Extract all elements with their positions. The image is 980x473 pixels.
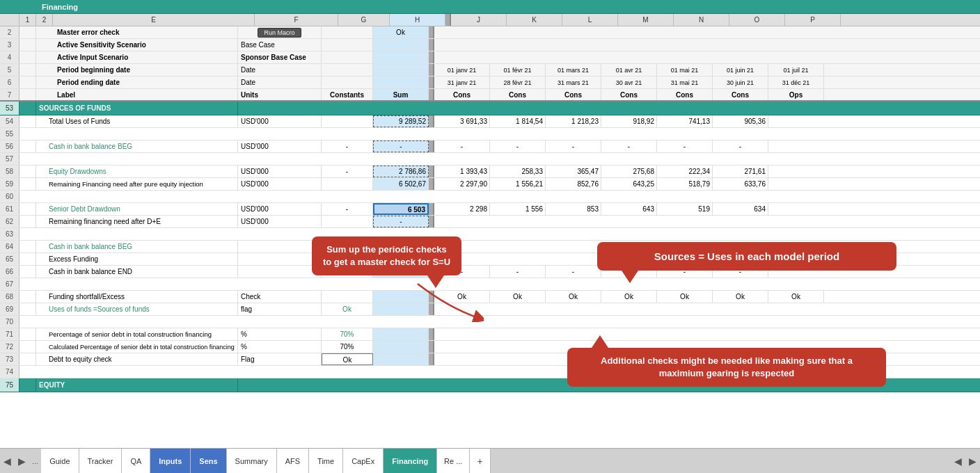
cell-4-i [429,51,434,63]
cell-5-l: 01 mars 21 [546,64,601,76]
run-macro-button[interactable]: Run Macro [258,28,301,38]
row-53: 53 SOURCES OF FUNDS [0,102,980,115]
row-3: 3 Active Sensitivity Scenario Base Case [0,39,980,51]
tab-add[interactable]: + [470,449,490,474]
cell-2-ab [19,26,36,38]
cell-59-e: Remaining Financing need after pure equi… [36,178,238,190]
col-abcd: 2 [36,14,53,26]
cell-72-e: Calculated Percentage of senior debt in … [36,341,238,353]
cell-5-f: Date [238,64,322,76]
cell-2-e: Master error check [36,26,238,38]
cell-3-h [373,39,429,51]
cell-69-e: Uses of funds =Sources of funds [36,303,238,315]
tab-sens[interactable]: Sens [191,449,226,474]
tab-time[interactable]: Time [309,449,343,474]
tab-inputs[interactable]: Inputs [150,449,191,474]
cell-4-f: Sponsor Base Case [238,51,322,63]
row-num-2: 2 [0,26,19,38]
row-58: 58 Equity Drawdowns USD'000 - 2 786,86 1… [0,166,980,178]
row-68: 68 Funding shortfall/Excess Check Ok Ok … [0,291,980,303]
col-g: G [338,14,390,26]
tab-tracker[interactable]: Tracker [79,449,122,474]
cell-5-j: 01 janv 21 [434,64,490,76]
cell-7-g: Constants [322,89,373,100]
tab-qa[interactable]: QA [122,449,150,474]
cell-58-h: 2 786,86 [373,166,429,177]
col-j: J [451,14,507,26]
cell-2-i [429,26,434,38]
bubble-right-text: Sources = Uses in each model period [654,250,839,262]
bubble-left: Sum up the periodic checks to get a mast… [312,236,461,275]
cell-7-e: Label [36,89,238,100]
cell-6-e: Period ending date [36,77,238,88]
cell-72-f: % [238,341,322,353]
cell-7-h: Sum [373,89,429,100]
cell-59-h: 6 502,67 [373,178,429,190]
row-71: 71 Percentage of senior debt in total co… [0,328,980,341]
cell-73-e: Debt to equity check [36,353,238,365]
bubble-left-text: Sum up the periodic checks to get a mast… [323,244,450,267]
cell-5-k: 01 févr 21 [490,64,546,76]
row-69: 69 Uses of funds =Sources of funds flag … [0,303,980,316]
cell-5-e: Period beginning date [36,64,238,76]
col-ab: 1 [19,14,36,26]
cell-68-e: Funding shortfall/Excess [36,291,238,303]
tab-guide[interactable]: Guide [41,449,79,474]
cell-68-f: Check [238,291,322,303]
tab-nav-right[interactable]: ▶ [15,449,29,474]
cell-71-g: 70% [322,328,373,340]
row-70: 70 [0,316,980,328]
scroll-left[interactable]: ◀ [951,449,965,474]
cell-56-f: USD'000 [238,141,322,152]
cell-56-g: - [322,141,373,152]
col-k: K [507,14,562,26]
tab-nav-more[interactable]: ... [29,449,41,474]
cell-61-g: - [322,203,373,215]
col-m: M [618,14,674,26]
col-i [445,14,451,26]
row-num-4: 4 [0,51,19,63]
cell-54-f: USD'000 [238,115,322,127]
cell-73-g: Ok [322,353,373,365]
cell-71-e: Percentage of senior debt in total const… [36,328,238,340]
scroll-right[interactable]: ▶ [965,449,980,474]
tab-summary[interactable]: Summary [227,449,277,474]
cell-2-f: Run Macro [238,26,322,38]
cell-66-e: Cash in bank balance END [36,266,238,278]
row-57: 57 [0,153,980,166]
cell-56-e: Cash in bank balance BEG [36,141,238,152]
cell-3-i [429,39,434,51]
cell-2-h: Ok [373,26,429,38]
tab-bar: ◀ ▶ ... Guide Tracker QA Inputs Sens Sum… [0,448,980,473]
row-54: 54 Total Uses of Funds USD'000 9 289,52 … [0,115,980,128]
cell-5-p: 01 juil 21 [768,64,824,76]
col-headers: 1 2 E F G H J K L M N O P [0,14,980,26]
cell-75-label: EQUITY [36,378,238,392]
col-l: L [562,14,618,26]
row-5: 5 Period beginning date Date 01 janv 21 … [0,64,980,77]
row-60: 60 [0,191,980,203]
tab-financing[interactable]: Financing [384,449,437,474]
row-num-3: 3 [0,39,19,51]
cell-4-ab [19,51,36,63]
cell-62-e: Remaining financing need after D+E [36,216,238,227]
cell-3-e: Active Sensitivity Scenario [36,39,238,51]
cell-54-e: Total Uses of Funds [36,115,238,127]
col-e: E [53,14,255,26]
tab-nav-left[interactable]: ◀ [0,449,15,474]
cell-73-f: Flag [238,353,322,365]
tab-afs[interactable]: AFS [277,449,309,474]
cell-3-g [322,39,373,51]
cell-7-l: Cons [546,89,601,100]
row-2: 2 Master error check Run Macro Ok [0,26,980,39]
cell-3-f: Base Case [238,39,322,51]
row-4: 4 Active Input Scenario Sponsor Base Cas… [0,51,980,64]
col-h: H [390,14,445,26]
cell-5-m: 01 avr 21 [601,64,657,76]
cell-53-label: SOURCES OF FUNDS [36,102,238,115]
bubble-bottom-right: Additional checks might be needed like m… [567,348,886,387]
sheet-title: Financing [42,3,78,11]
tab-capex[interactable]: CapEx [343,449,384,474]
title-row: Financing [0,0,980,14]
tab-re[interactable]: Re ... [437,449,470,474]
